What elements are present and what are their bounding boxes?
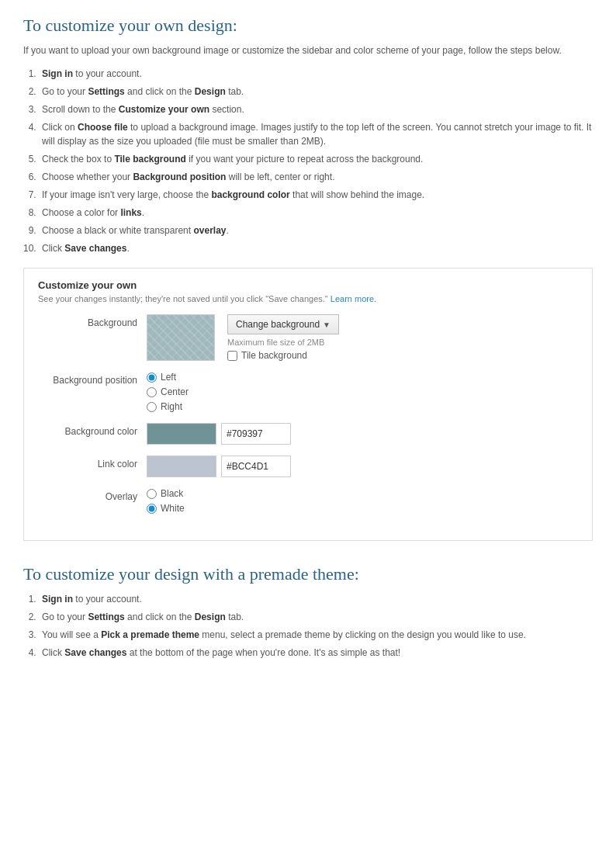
step-1: Sign in to your account. <box>39 67 593 81</box>
section2-title: To customize your design with a premade … <box>23 564 593 584</box>
customize-subtitle: See your changes instantly; they're not … <box>38 294 578 303</box>
bg-position-options: Left Center Right <box>147 372 189 412</box>
bg-position-label: Background position <box>38 372 147 386</box>
bg-color-content <box>147 423 291 445</box>
link-color-row: Link color <box>38 456 578 477</box>
overlay-black-label[interactable]: Black <box>147 488 185 499</box>
step-4: Click on Choose file to upload a backgro… <box>39 120 593 148</box>
bg-color-input[interactable] <box>221 423 291 445</box>
section1-steps: Sign in to your account. Go to your Sett… <box>39 67 593 255</box>
position-center-radio[interactable] <box>147 387 157 397</box>
position-right-label[interactable]: Right <box>147 401 189 412</box>
tile-background-checkbox[interactable] <box>227 351 237 361</box>
step-8: Choose a color for links. <box>39 206 593 220</box>
step2-4: Click Save changes at the bottom of the … <box>39 646 593 660</box>
max-file-text: Maximum file size of 2MB <box>227 338 339 347</box>
position-left-label[interactable]: Left <box>147 372 189 383</box>
customize-heading: Customize your own <box>38 279 578 291</box>
overlay-white-radio[interactable] <box>147 504 157 514</box>
step-5: Check the box to Tile background if you … <box>39 152 593 166</box>
tile-background-text: Tile background <box>241 350 307 361</box>
overlay-white-label[interactable]: White <box>147 503 185 514</box>
link-color-content <box>147 456 291 477</box>
step-2: Go to your Settings and click on the Des… <box>39 85 593 99</box>
overlay-white-text: White <box>161 503 185 514</box>
position-right-text: Right <box>161 401 182 412</box>
tile-background-label[interactable]: Tile background <box>227 350 339 361</box>
bg-color-label: Background color <box>38 423 147 437</box>
step-3: Scroll down to the Customize your own se… <box>39 102 593 116</box>
dropdown-arrow-icon: ▼ <box>323 321 330 329</box>
link-color-label: Link color <box>38 456 147 470</box>
customize-section: Customize your own See your changes inst… <box>23 268 593 541</box>
step2-2: Go to your Settings and click on the Des… <box>39 610 593 624</box>
position-left-text: Left <box>161 372 176 383</box>
step-6: Choose whether your Background position … <box>39 170 593 184</box>
position-center-text: Center <box>161 386 189 397</box>
overlay-options: Black White <box>147 488 185 514</box>
section2-steps: Sign in to your account. Go to your Sett… <box>39 592 593 660</box>
step2-1: Sign in to your account. <box>39 592 593 606</box>
background-controls: Change background ▼ Maximum file size of… <box>227 314 339 361</box>
bg-position-row: Background position Left Center Right <box>38 372 578 412</box>
link-color-swatch <box>147 456 216 477</box>
section1-title: To customize your own design: <box>23 16 593 36</box>
bg-color-row: Background color <box>38 423 578 445</box>
position-center-label[interactable]: Center <box>147 386 189 397</box>
bg-color-swatch <box>147 423 216 445</box>
position-right-radio[interactable] <box>147 402 157 412</box>
background-preview <box>147 314 215 361</box>
background-label: Background <box>38 314 147 328</box>
overlay-label: Overlay <box>38 488 147 502</box>
link-color-input[interactable] <box>221 456 291 477</box>
section1-intro: If you want to upload your own backgroun… <box>23 43 593 57</box>
step-7: If your image isn't very large, choose t… <box>39 188 593 202</box>
position-left-radio[interactable] <box>147 372 157 383</box>
step2-3: You will see a Pick a premade theme menu… <box>39 628 593 642</box>
change-background-button[interactable]: Change background ▼ <box>227 314 339 334</box>
step-9: Choose a black or white transparent over… <box>39 223 593 237</box>
background-row: Background Change background ▼ Maximum f… <box>38 314 578 361</box>
overlay-black-text: Black <box>161 488 183 499</box>
step-10: Click Save changes. <box>39 241 593 255</box>
background-content: Change background ▼ Maximum file size of… <box>147 314 339 361</box>
overlay-black-radio[interactable] <box>147 489 157 499</box>
overlay-row: Overlay Black White <box>38 488 578 514</box>
learn-more-link[interactable]: Learn more. <box>330 294 376 303</box>
